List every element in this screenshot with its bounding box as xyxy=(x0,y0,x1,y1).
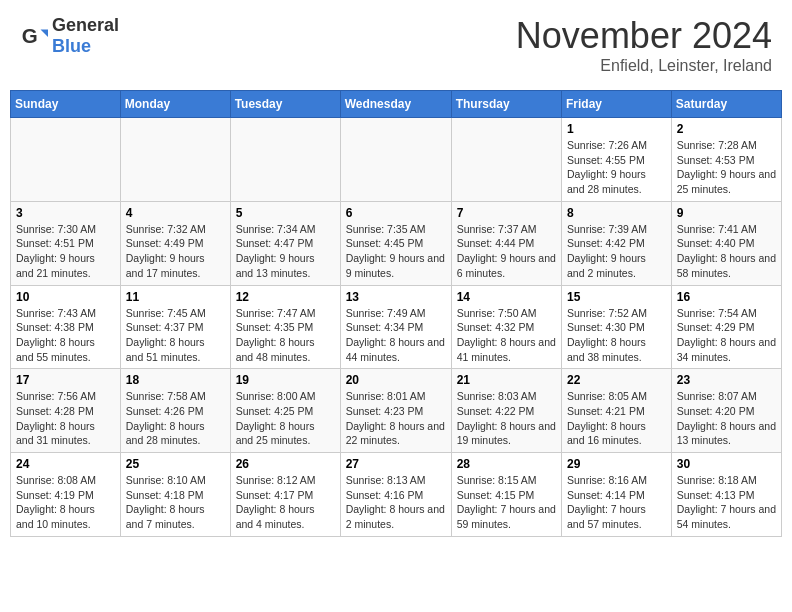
day-number: 27 xyxy=(346,457,446,471)
day-info: Sunrise: 7:47 AMSunset: 4:35 PMDaylight:… xyxy=(236,306,335,365)
calendar-day: 7Sunrise: 7:37 AMSunset: 4:44 PMDaylight… xyxy=(451,201,561,285)
day-info: Sunrise: 7:58 AMSunset: 4:26 PMDaylight:… xyxy=(126,389,225,448)
day-info: Sunrise: 7:28 AMSunset: 4:53 PMDaylight:… xyxy=(677,138,776,197)
calendar-day: 24Sunrise: 8:08 AMSunset: 4:19 PMDayligh… xyxy=(11,453,121,537)
calendar-day xyxy=(11,118,121,202)
calendar-day: 28Sunrise: 8:15 AMSunset: 4:15 PMDayligh… xyxy=(451,453,561,537)
day-info: Sunrise: 7:34 AMSunset: 4:47 PMDaylight:… xyxy=(236,222,335,281)
calendar-day: 25Sunrise: 8:10 AMSunset: 4:18 PMDayligh… xyxy=(120,453,230,537)
day-info: Sunrise: 7:35 AMSunset: 4:45 PMDaylight:… xyxy=(346,222,446,281)
day-number: 26 xyxy=(236,457,335,471)
day-info: Sunrise: 8:01 AMSunset: 4:23 PMDaylight:… xyxy=(346,389,446,448)
day-info: Sunrise: 7:30 AMSunset: 4:51 PMDaylight:… xyxy=(16,222,115,281)
logo-icon: G xyxy=(20,22,48,50)
calendar-day: 8Sunrise: 7:39 AMSunset: 4:42 PMDaylight… xyxy=(562,201,672,285)
day-number: 1 xyxy=(567,122,666,136)
calendar-day: 9Sunrise: 7:41 AMSunset: 4:40 PMDaylight… xyxy=(671,201,781,285)
calendar-table: SundayMondayTuesdayWednesdayThursdayFrid… xyxy=(10,90,782,537)
calendar-week-2: 3Sunrise: 7:30 AMSunset: 4:51 PMDaylight… xyxy=(11,201,782,285)
day-number: 17 xyxy=(16,373,115,387)
day-info: Sunrise: 8:15 AMSunset: 4:15 PMDaylight:… xyxy=(457,473,556,532)
calendar-day: 5Sunrise: 7:34 AMSunset: 4:47 PMDaylight… xyxy=(230,201,340,285)
calendar-day: 18Sunrise: 7:58 AMSunset: 4:26 PMDayligh… xyxy=(120,369,230,453)
calendar-week-4: 17Sunrise: 7:56 AMSunset: 4:28 PMDayligh… xyxy=(11,369,782,453)
day-number: 2 xyxy=(677,122,776,136)
calendar-day: 30Sunrise: 8:18 AMSunset: 4:13 PMDayligh… xyxy=(671,453,781,537)
day-number: 14 xyxy=(457,290,556,304)
calendar-day xyxy=(120,118,230,202)
calendar-day: 20Sunrise: 8:01 AMSunset: 4:23 PMDayligh… xyxy=(340,369,451,453)
day-header-sunday: Sunday xyxy=(11,91,121,118)
day-header-saturday: Saturday xyxy=(671,91,781,118)
day-number: 22 xyxy=(567,373,666,387)
day-number: 12 xyxy=(236,290,335,304)
page-header: G General Blue November 2024 Enfield, Le… xyxy=(10,10,782,80)
day-number: 16 xyxy=(677,290,776,304)
day-info: Sunrise: 7:45 AMSunset: 4:37 PMDaylight:… xyxy=(126,306,225,365)
calendar-day: 2Sunrise: 7:28 AMSunset: 4:53 PMDaylight… xyxy=(671,118,781,202)
day-info: Sunrise: 8:18 AMSunset: 4:13 PMDaylight:… xyxy=(677,473,776,532)
calendar-week-1: 1Sunrise: 7:26 AMSunset: 4:55 PMDaylight… xyxy=(11,118,782,202)
day-info: Sunrise: 8:13 AMSunset: 4:16 PMDaylight:… xyxy=(346,473,446,532)
calendar-day: 17Sunrise: 7:56 AMSunset: 4:28 PMDayligh… xyxy=(11,369,121,453)
calendar-day: 4Sunrise: 7:32 AMSunset: 4:49 PMDaylight… xyxy=(120,201,230,285)
calendar-day: 27Sunrise: 8:13 AMSunset: 4:16 PMDayligh… xyxy=(340,453,451,537)
calendar-day: 14Sunrise: 7:50 AMSunset: 4:32 PMDayligh… xyxy=(451,285,561,369)
svg-text:G: G xyxy=(22,24,38,47)
calendar-day: 12Sunrise: 7:47 AMSunset: 4:35 PMDayligh… xyxy=(230,285,340,369)
day-number: 6 xyxy=(346,206,446,220)
calendar-day: 21Sunrise: 8:03 AMSunset: 4:22 PMDayligh… xyxy=(451,369,561,453)
day-info: Sunrise: 8:08 AMSunset: 4:19 PMDaylight:… xyxy=(16,473,115,532)
calendar-day: 22Sunrise: 8:05 AMSunset: 4:21 PMDayligh… xyxy=(562,369,672,453)
day-number: 29 xyxy=(567,457,666,471)
calendar-day: 19Sunrise: 8:00 AMSunset: 4:25 PMDayligh… xyxy=(230,369,340,453)
day-number: 20 xyxy=(346,373,446,387)
day-info: Sunrise: 8:07 AMSunset: 4:20 PMDaylight:… xyxy=(677,389,776,448)
day-info: Sunrise: 7:54 AMSunset: 4:29 PMDaylight:… xyxy=(677,306,776,365)
day-info: Sunrise: 8:12 AMSunset: 4:17 PMDaylight:… xyxy=(236,473,335,532)
day-info: Sunrise: 7:41 AMSunset: 4:40 PMDaylight:… xyxy=(677,222,776,281)
day-header-friday: Friday xyxy=(562,91,672,118)
calendar-day: 13Sunrise: 7:49 AMSunset: 4:34 PMDayligh… xyxy=(340,285,451,369)
calendar-day: 23Sunrise: 8:07 AMSunset: 4:20 PMDayligh… xyxy=(671,369,781,453)
day-info: Sunrise: 8:05 AMSunset: 4:21 PMDaylight:… xyxy=(567,389,666,448)
calendar-day: 15Sunrise: 7:52 AMSunset: 4:30 PMDayligh… xyxy=(562,285,672,369)
day-info: Sunrise: 7:37 AMSunset: 4:44 PMDaylight:… xyxy=(457,222,556,281)
day-header-thursday: Thursday xyxy=(451,91,561,118)
day-header-monday: Monday xyxy=(120,91,230,118)
day-info: Sunrise: 7:43 AMSunset: 4:38 PMDaylight:… xyxy=(16,306,115,365)
month-year-title: November 2024 xyxy=(516,15,772,57)
day-number: 25 xyxy=(126,457,225,471)
day-number: 15 xyxy=(567,290,666,304)
svg-marker-1 xyxy=(41,29,48,36)
calendar-day: 1Sunrise: 7:26 AMSunset: 4:55 PMDaylight… xyxy=(562,118,672,202)
calendar-day xyxy=(451,118,561,202)
day-info: Sunrise: 7:56 AMSunset: 4:28 PMDaylight:… xyxy=(16,389,115,448)
day-info: Sunrise: 7:49 AMSunset: 4:34 PMDaylight:… xyxy=(346,306,446,365)
day-number: 19 xyxy=(236,373,335,387)
day-number: 24 xyxy=(16,457,115,471)
day-info: Sunrise: 7:32 AMSunset: 4:49 PMDaylight:… xyxy=(126,222,225,281)
calendar-day xyxy=(340,118,451,202)
day-number: 8 xyxy=(567,206,666,220)
day-number: 10 xyxy=(16,290,115,304)
calendar-day: 16Sunrise: 7:54 AMSunset: 4:29 PMDayligh… xyxy=(671,285,781,369)
day-info: Sunrise: 8:00 AMSunset: 4:25 PMDaylight:… xyxy=(236,389,335,448)
day-info: Sunrise: 7:50 AMSunset: 4:32 PMDaylight:… xyxy=(457,306,556,365)
day-info: Sunrise: 7:26 AMSunset: 4:55 PMDaylight:… xyxy=(567,138,666,197)
calendar-header-row: SundayMondayTuesdayWednesdayThursdayFrid… xyxy=(11,91,782,118)
logo-general: General xyxy=(52,15,119,35)
calendar-day: 3Sunrise: 7:30 AMSunset: 4:51 PMDaylight… xyxy=(11,201,121,285)
calendar-day: 6Sunrise: 7:35 AMSunset: 4:45 PMDaylight… xyxy=(340,201,451,285)
calendar-week-3: 10Sunrise: 7:43 AMSunset: 4:38 PMDayligh… xyxy=(11,285,782,369)
day-number: 18 xyxy=(126,373,225,387)
title-section: November 2024 Enfield, Leinster, Ireland xyxy=(516,15,772,75)
calendar-day: 26Sunrise: 8:12 AMSunset: 4:17 PMDayligh… xyxy=(230,453,340,537)
logo: G General Blue xyxy=(20,15,119,57)
day-info: Sunrise: 8:16 AMSunset: 4:14 PMDaylight:… xyxy=(567,473,666,532)
day-number: 21 xyxy=(457,373,556,387)
day-header-tuesday: Tuesday xyxy=(230,91,340,118)
calendar-day: 29Sunrise: 8:16 AMSunset: 4:14 PMDayligh… xyxy=(562,453,672,537)
day-number: 5 xyxy=(236,206,335,220)
calendar-day xyxy=(230,118,340,202)
